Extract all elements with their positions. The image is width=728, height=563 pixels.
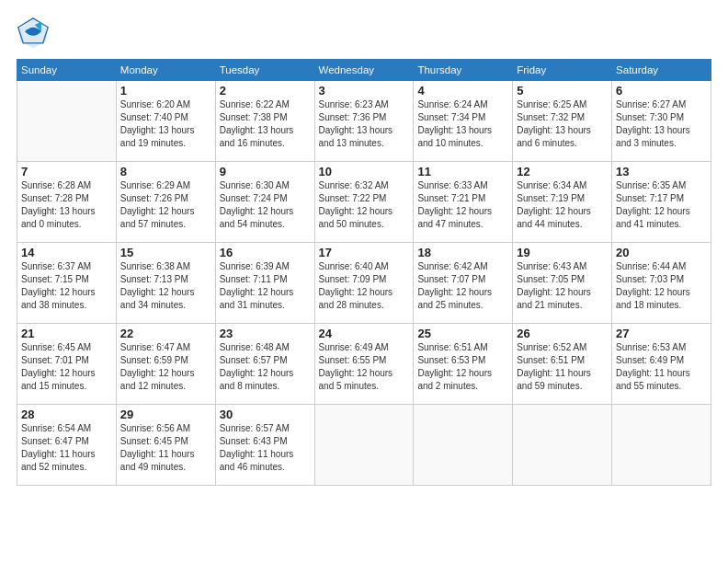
day-info: Sunrise: 6:48 AM Sunset: 6:57 PM Dayligh… [220, 341, 311, 393]
day-number: 12 [517, 165, 608, 178]
calendar-cell [17, 81, 117, 162]
day-number: 7 [21, 165, 112, 178]
calendar-cell: 14Sunrise: 6:37 AM Sunset: 7:15 PM Dayli… [17, 243, 117, 324]
calendar-week-row: 28Sunrise: 6:54 AM Sunset: 6:47 PM Dayli… [17, 405, 711, 486]
day-number: 26 [517, 327, 608, 340]
calendar-cell: 2Sunrise: 6:22 AM Sunset: 7:38 PM Daylig… [215, 81, 314, 162]
day-info: Sunrise: 6:27 AM Sunset: 7:30 PM Dayligh… [616, 98, 707, 150]
calendar-cell: 18Sunrise: 6:42 AM Sunset: 7:07 PM Dayli… [414, 243, 513, 324]
day-number: 6 [616, 84, 707, 98]
day-number: 5 [517, 84, 608, 98]
day-number: 18 [417, 246, 508, 259]
day-number: 22 [120, 327, 211, 340]
calendar-cell: 20Sunrise: 6:44 AM Sunset: 7:03 PM Dayli… [612, 243, 711, 324]
day-number: 9 [220, 165, 311, 178]
calendar-cell: 17Sunrise: 6:40 AM Sunset: 7:09 PM Dayli… [314, 243, 414, 324]
day-info: Sunrise: 6:24 AM Sunset: 7:34 PM Dayligh… [417, 98, 508, 150]
day-info: Sunrise: 6:52 AM Sunset: 6:51 PM Dayligh… [517, 341, 608, 393]
day-number: 27 [616, 327, 707, 340]
day-number: 8 [120, 165, 211, 178]
calendar-week-row: 7Sunrise: 6:28 AM Sunset: 7:28 PM Daylig… [17, 162, 711, 243]
calendar-cell: 16Sunrise: 6:39 AM Sunset: 7:11 PM Dayli… [215, 243, 314, 324]
day-number: 1 [120, 84, 211, 98]
calendar-header-monday: Monday [116, 60, 215, 81]
calendar-cell: 24Sunrise: 6:49 AM Sunset: 6:55 PM Dayli… [314, 324, 414, 405]
day-info: Sunrise: 6:42 AM Sunset: 7:07 PM Dayligh… [417, 260, 508, 312]
day-number: 24 [319, 327, 410, 340]
calendar-header-wednesday: Wednesday [314, 60, 414, 81]
calendar-cell: 15Sunrise: 6:38 AM Sunset: 7:13 PM Dayli… [116, 243, 215, 324]
day-info: Sunrise: 6:56 AM Sunset: 6:45 PM Dayligh… [120, 422, 211, 474]
calendar-cell [314, 405, 414, 486]
header [17, 17, 711, 50]
day-number: 16 [220, 246, 311, 259]
calendar-cell: 27Sunrise: 6:53 AM Sunset: 6:49 PM Dayli… [612, 324, 711, 405]
day-number: 20 [616, 246, 707, 259]
calendar-cell: 10Sunrise: 6:32 AM Sunset: 7:22 PM Dayli… [314, 162, 414, 243]
day-info: Sunrise: 6:44 AM Sunset: 7:03 PM Dayligh… [616, 260, 707, 312]
calendar-cell: 3Sunrise: 6:23 AM Sunset: 7:36 PM Daylig… [314, 81, 414, 162]
day-number: 3 [319, 84, 410, 98]
day-info: Sunrise: 6:23 AM Sunset: 7:36 PM Dayligh… [319, 98, 410, 150]
calendar-cell: 6Sunrise: 6:27 AM Sunset: 7:30 PM Daylig… [612, 81, 711, 162]
day-info: Sunrise: 6:32 AM Sunset: 7:22 PM Dayligh… [319, 179, 410, 231]
day-info: Sunrise: 6:37 AM Sunset: 7:15 PM Dayligh… [21, 260, 112, 312]
calendar-cell: 22Sunrise: 6:47 AM Sunset: 6:59 PM Dayli… [116, 324, 215, 405]
day-info: Sunrise: 6:53 AM Sunset: 6:49 PM Dayligh… [616, 341, 707, 393]
calendar-cell: 8Sunrise: 6:29 AM Sunset: 7:26 PM Daylig… [116, 162, 215, 243]
day-info: Sunrise: 6:43 AM Sunset: 7:05 PM Dayligh… [517, 260, 608, 312]
calendar-header-tuesday: Tuesday [215, 60, 314, 81]
calendar-cell: 21Sunrise: 6:45 AM Sunset: 7:01 PM Dayli… [17, 324, 117, 405]
calendar-cell: 13Sunrise: 6:35 AM Sunset: 7:17 PM Dayli… [612, 162, 711, 243]
calendar-week-row: 21Sunrise: 6:45 AM Sunset: 7:01 PM Dayli… [17, 324, 711, 405]
day-info: Sunrise: 6:34 AM Sunset: 7:19 PM Dayligh… [517, 179, 608, 231]
calendar-week-row: 14Sunrise: 6:37 AM Sunset: 7:15 PM Dayli… [17, 243, 711, 324]
logo [17, 17, 53, 50]
calendar-header-thursday: Thursday [414, 60, 513, 81]
day-info: Sunrise: 6:39 AM Sunset: 7:11 PM Dayligh… [220, 260, 311, 312]
day-number: 2 [220, 84, 311, 98]
calendar-week-row: 1Sunrise: 6:20 AM Sunset: 7:40 PM Daylig… [17, 81, 711, 162]
day-number: 29 [120, 408, 211, 421]
day-number: 14 [21, 246, 112, 259]
day-info: Sunrise: 6:38 AM Sunset: 7:13 PM Dayligh… [120, 260, 211, 312]
calendar-cell: 12Sunrise: 6:34 AM Sunset: 7:19 PM Dayli… [513, 162, 612, 243]
day-number: 25 [417, 327, 508, 340]
calendar-cell: 25Sunrise: 6:51 AM Sunset: 6:53 PM Dayli… [414, 324, 513, 405]
calendar-cell [513, 405, 612, 486]
day-number: 28 [21, 408, 112, 421]
day-info: Sunrise: 6:54 AM Sunset: 6:47 PM Dayligh… [21, 422, 112, 474]
calendar-cell: 5Sunrise: 6:25 AM Sunset: 7:32 PM Daylig… [513, 81, 612, 162]
day-info: Sunrise: 6:35 AM Sunset: 7:17 PM Dayligh… [616, 179, 707, 231]
logo-icon [17, 17, 50, 50]
day-info: Sunrise: 6:49 AM Sunset: 6:55 PM Dayligh… [319, 341, 410, 393]
day-info: Sunrise: 6:47 AM Sunset: 6:59 PM Dayligh… [120, 341, 211, 393]
day-number: 30 [220, 408, 311, 421]
calendar-cell: 28Sunrise: 6:54 AM Sunset: 6:47 PM Dayli… [17, 405, 117, 486]
day-number: 21 [21, 327, 112, 340]
calendar-cell: 19Sunrise: 6:43 AM Sunset: 7:05 PM Dayli… [513, 243, 612, 324]
day-number: 23 [220, 327, 311, 340]
calendar-header-row: SundayMondayTuesdayWednesdayThursdayFrid… [17, 60, 711, 81]
calendar-header-friday: Friday [513, 60, 612, 81]
calendar-header-saturday: Saturday [612, 60, 711, 81]
day-info: Sunrise: 6:33 AM Sunset: 7:21 PM Dayligh… [417, 179, 508, 231]
day-info: Sunrise: 6:45 AM Sunset: 7:01 PM Dayligh… [21, 341, 112, 393]
calendar-cell: 1Sunrise: 6:20 AM Sunset: 7:40 PM Daylig… [116, 81, 215, 162]
calendar-header-sunday: Sunday [17, 60, 117, 81]
day-info: Sunrise: 6:40 AM Sunset: 7:09 PM Dayligh… [319, 260, 410, 312]
day-info: Sunrise: 6:57 AM Sunset: 6:43 PM Dayligh… [220, 422, 311, 474]
day-info: Sunrise: 6:29 AM Sunset: 7:26 PM Dayligh… [120, 179, 211, 231]
calendar-cell: 23Sunrise: 6:48 AM Sunset: 6:57 PM Dayli… [215, 324, 314, 405]
calendar-cell: 11Sunrise: 6:33 AM Sunset: 7:21 PM Dayli… [414, 162, 513, 243]
calendar-table: SundayMondayTuesdayWednesdayThursdayFrid… [17, 59, 711, 486]
calendar-cell [612, 405, 711, 486]
page: SundayMondayTuesdayWednesdayThursdayFrid… [0, 0, 728, 563]
calendar-cell: 29Sunrise: 6:56 AM Sunset: 6:45 PM Dayli… [116, 405, 215, 486]
day-number: 11 [417, 165, 508, 178]
day-info: Sunrise: 6:25 AM Sunset: 7:32 PM Dayligh… [517, 98, 608, 150]
calendar-cell: 7Sunrise: 6:28 AM Sunset: 7:28 PM Daylig… [17, 162, 117, 243]
calendar-cell [414, 405, 513, 486]
day-info: Sunrise: 6:20 AM Sunset: 7:40 PM Dayligh… [120, 98, 211, 150]
day-info: Sunrise: 6:30 AM Sunset: 7:24 PM Dayligh… [220, 179, 311, 231]
